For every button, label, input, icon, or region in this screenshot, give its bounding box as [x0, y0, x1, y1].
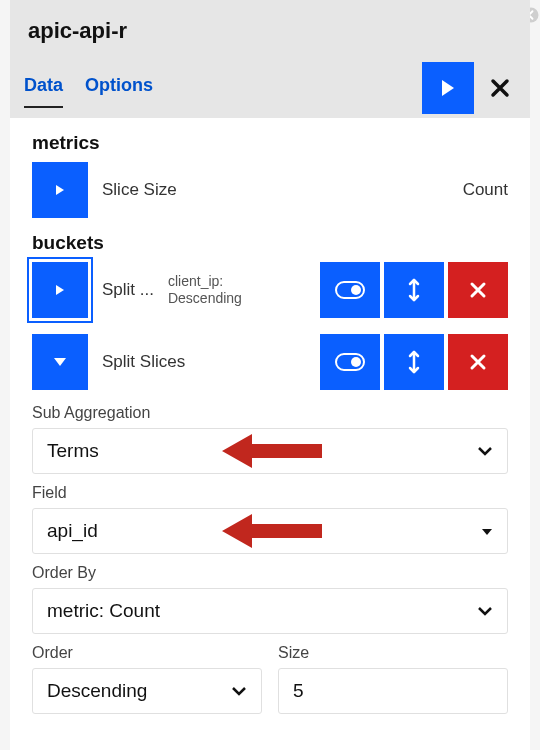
bucket-row-expanded: Split Slices — [32, 332, 508, 392]
bucket-remove-button[interactable] — [448, 262, 508, 318]
metric-row: Slice Size Count — [32, 160, 508, 220]
metrics-section-label: metrics — [32, 132, 508, 154]
bucket-toggle-collapsed[interactable] — [32, 262, 88, 318]
sub-agg-label: Sub Aggregation — [32, 404, 508, 422]
bucket-enable-toggle[interactable] — [320, 262, 380, 318]
bucket-enable-toggle-2[interactable] — [320, 334, 380, 390]
svg-point-2 — [351, 285, 361, 295]
buckets-section-label: buckets — [32, 232, 508, 254]
bucket-priority-button[interactable] — [384, 262, 444, 318]
sub-agg-value: Terms — [47, 440, 99, 462]
close-button[interactable] — [482, 62, 518, 114]
order-by-select[interactable]: metric: Count — [32, 588, 508, 634]
chevron-down-icon — [477, 602, 493, 620]
chevron-down-icon — [477, 442, 493, 460]
bucket-toggle-expanded[interactable] — [32, 334, 88, 390]
metric-value: Count — [463, 180, 508, 200]
bucket-priority-button-2[interactable] — [384, 334, 444, 390]
chevron-down-icon — [231, 682, 247, 700]
header-actions — [422, 62, 518, 114]
order-by-label: Order By — [32, 564, 508, 582]
size-label: Size — [278, 644, 508, 662]
order-label: Order — [32, 644, 262, 662]
page-title: apic-api-r — [28, 18, 512, 44]
bucket-row-collapsed: Split ... client_ip: Descending — [32, 260, 508, 320]
tab-data[interactable]: Data — [24, 69, 63, 108]
caret-down-icon — [481, 522, 493, 540]
sub-agg-select[interactable]: Terms — [32, 428, 508, 474]
order-value: Descending — [47, 680, 147, 702]
field-label: Field — [32, 484, 508, 502]
bucket-label-2: Split Slices — [102, 352, 185, 372]
bucket-remove-button-2[interactable] — [448, 334, 508, 390]
apply-changes-button[interactable] — [422, 62, 474, 114]
bucket-desc: client_ip: Descending — [168, 273, 242, 307]
tabs: Data Options — [10, 69, 153, 108]
order-select[interactable]: Descending — [32, 668, 262, 714]
header: apic-api-r Data Options — [10, 0, 530, 118]
bucket-label: Split ... — [102, 280, 154, 300]
tab-options[interactable]: Options — [85, 69, 153, 108]
size-input[interactable] — [278, 668, 508, 714]
svg-point-4 — [351, 357, 361, 367]
field-value: api_id — [47, 520, 98, 542]
field-select[interactable]: api_id — [32, 508, 508, 554]
order-by-value: metric: Count — [47, 600, 160, 622]
metric-toggle[interactable] — [32, 162, 88, 218]
metric-label: Slice Size — [102, 180, 177, 200]
